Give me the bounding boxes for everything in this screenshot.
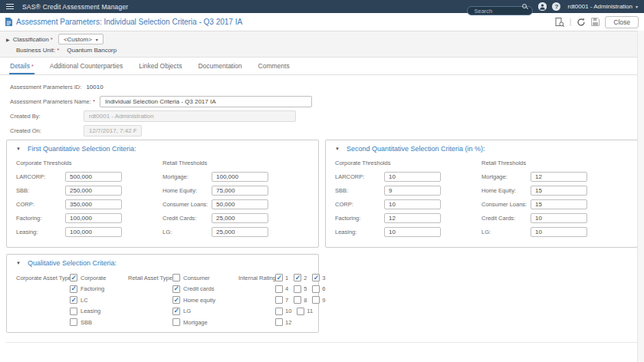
corporate-thresholds-column: Corporate Thresholds LARCORP: SBB: xyxy=(335,160,481,241)
assessment-id-label: Assessment Parameters ID: xyxy=(10,84,86,90)
checkbox[interactable] xyxy=(275,318,283,326)
checkbox[interactable] xyxy=(294,285,301,293)
rating-number: 4 xyxy=(285,285,288,292)
threshold-input[interactable] xyxy=(212,186,268,196)
threshold-label: Mortgage: xyxy=(163,173,212,180)
rating-number: 7 xyxy=(285,297,288,304)
checkbox-label: Credit cards xyxy=(183,285,214,292)
checkbox-label: Corporate xyxy=(80,275,106,281)
checkbox[interactable] xyxy=(275,308,283,315)
threshold-input[interactable] xyxy=(212,172,268,182)
threshold-row: SBB: xyxy=(335,186,481,196)
threshold-input[interactable] xyxy=(212,227,268,237)
checkbox-option: Credit cards xyxy=(172,285,228,293)
checkbox[interactable] xyxy=(70,308,77,315)
threshold-input[interactable] xyxy=(531,186,587,196)
triangle-down-icon[interactable]: ▼ xyxy=(16,261,21,265)
threshold-input[interactable] xyxy=(384,172,441,182)
retail-asset-type-group: Retail Asset Type: Consumer Credit cards xyxy=(128,274,228,326)
assessment-name-input[interactable] xyxy=(100,96,312,107)
save-icon[interactable] xyxy=(591,18,600,26)
threshold-input[interactable] xyxy=(384,199,441,209)
threshold-input[interactable] xyxy=(65,186,122,196)
classification-dropdown[interactable]: <Custom> ▾ xyxy=(58,34,104,44)
threshold-input[interactable] xyxy=(531,227,587,237)
user-icon[interactable] xyxy=(538,2,547,11)
rating-number: 9 xyxy=(322,297,325,304)
rating-number: 2 xyxy=(304,275,307,281)
checkbox[interactable] xyxy=(172,318,180,326)
rating-number: 5 xyxy=(304,285,307,292)
checkbox[interactable] xyxy=(70,296,77,304)
checkbox[interactable] xyxy=(294,274,301,281)
checkbox[interactable] xyxy=(297,308,304,315)
threshold-input[interactable] xyxy=(531,213,587,223)
checkbox[interactable] xyxy=(70,285,77,293)
checkbox[interactable] xyxy=(172,296,180,304)
column-header: Corporate Thresholds xyxy=(16,160,163,166)
triangle-right-icon[interactable]: ▶ xyxy=(6,37,10,42)
checkbox[interactable] xyxy=(70,318,77,326)
checkbox[interactable] xyxy=(70,274,77,281)
required-asterisk: * xyxy=(51,36,53,43)
checkbox-option: Leasing xyxy=(70,308,117,315)
threshold-input[interactable] xyxy=(65,172,122,182)
checkbox[interactable] xyxy=(275,274,283,281)
rating-option: 11 xyxy=(297,308,313,315)
threshold-input[interactable] xyxy=(384,213,441,223)
checkbox-label: SBB xyxy=(80,319,92,326)
second-quantitative-panel: ▼ Second Quantitative Selection Criteria… xyxy=(325,140,638,248)
checkbox[interactable] xyxy=(275,285,283,293)
chevron-down-icon: ▾ xyxy=(636,4,638,9)
document-search-icon[interactable] xyxy=(555,18,564,27)
checkbox[interactable] xyxy=(294,296,301,304)
checkbox[interactable] xyxy=(172,308,180,315)
tab-linked-objects[interactable]: Linked Objects xyxy=(138,62,182,74)
retail-asset-type-label: Retail Asset Type: xyxy=(128,274,172,326)
threshold-input[interactable] xyxy=(212,213,268,223)
threshold-input[interactable] xyxy=(212,199,268,209)
threshold-input[interactable] xyxy=(65,199,122,209)
threshold-row: Mortgage: xyxy=(163,172,309,182)
threshold-row: Consumer Loans: xyxy=(481,199,628,209)
close-button[interactable]: Close xyxy=(605,16,639,28)
help-icon[interactable]: ? xyxy=(552,2,560,11)
business-unit-value: Quantum Bancorp xyxy=(67,47,117,54)
document-icon xyxy=(5,18,12,26)
internal-rating-group: Internal Rating: 1 2 xyxy=(238,274,326,326)
classification-dropdown-value: <Custom> xyxy=(64,36,92,43)
tab-comments[interactable]: Comments xyxy=(258,62,291,74)
user-menu[interactable]: rdt0001 - Administration ▾ xyxy=(567,3,638,10)
threshold-input[interactable] xyxy=(384,186,441,196)
assessment-id-value: 10010 xyxy=(86,84,103,90)
threshold-row: LARCORP: xyxy=(16,172,163,182)
chevron-down-icon: ▾ xyxy=(96,37,98,42)
checkbox[interactable] xyxy=(312,285,320,293)
tab-details[interactable]: Details* xyxy=(9,62,34,74)
checkbox[interactable] xyxy=(275,296,283,304)
checkbox[interactable] xyxy=(172,274,180,281)
threshold-input[interactable] xyxy=(531,172,587,182)
tab-documentation[interactable]: Documentation xyxy=(197,62,242,74)
checkbox[interactable] xyxy=(312,296,320,304)
checkbox[interactable] xyxy=(312,274,320,281)
threshold-label: Credit Cards: xyxy=(481,215,531,222)
search-icon[interactable] xyxy=(522,4,527,8)
triangle-down-icon[interactable]: ▼ xyxy=(335,146,340,151)
threshold-input[interactable] xyxy=(65,213,122,223)
tab-additional-counterparties[interactable]: Additional Counterparties xyxy=(49,62,123,74)
threshold-row: Consumer Loans: xyxy=(163,199,309,209)
threshold-label: Consumer Loans: xyxy=(163,201,212,208)
threshold-row: Mortgage: xyxy=(481,172,628,182)
checkbox[interactable] xyxy=(172,285,180,293)
threshold-input[interactable] xyxy=(531,199,587,209)
triangle-down-icon[interactable]: ▼ xyxy=(16,146,21,151)
threshold-input[interactable] xyxy=(65,227,122,237)
threshold-row: Leasing: xyxy=(335,227,481,237)
threshold-input[interactable] xyxy=(384,227,441,237)
corporate-asset-type-label: Corporate Asset Type: xyxy=(16,274,70,326)
menu-icon[interactable] xyxy=(6,4,15,10)
vertical-scrollbar[interactable] xyxy=(637,31,644,362)
threshold-label: Factoring: xyxy=(335,215,384,222)
refresh-icon[interactable] xyxy=(577,18,586,27)
